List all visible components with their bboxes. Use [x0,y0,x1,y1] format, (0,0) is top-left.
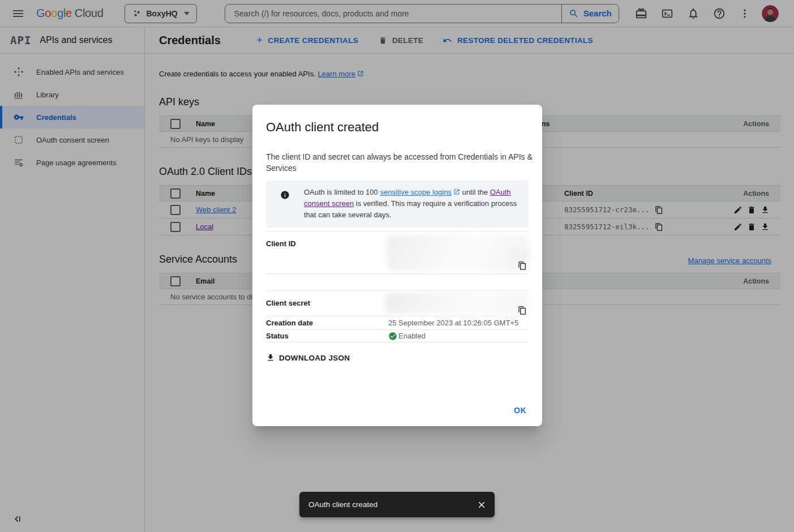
creation-date-value: 25 September 2023 at 10:26:05 GMT+5 [388,319,518,327]
download-icon [266,353,275,362]
info-banner: OAuth is limited to 100 sensitive scope … [266,181,529,228]
info-icon [280,190,290,200]
oauth-client-created-dialog: OAuth client created The client ID and s… [252,105,542,426]
check-circle-icon [388,332,397,341]
oauth-consent-screen-link[interactable]: consent screen [304,199,354,208]
toast-message: OAuth client created [308,500,377,509]
client-id-redacted-value [510,249,530,259]
dialog-subtitle: The client ID and secret can always be a… [266,151,533,174]
close-icon[interactable] [477,500,487,510]
client-secret-redacted-value [385,293,528,314]
dialog-title: OAuth client created [266,120,379,135]
info-banner-text: OAuth is limited to 100 sensitive scope … [304,187,517,228]
ok-button[interactable]: OK [514,406,526,415]
sensitive-scope-logins-link[interactable]: sensitive scope logins [380,188,451,196]
toast-snackbar: OAuth client created [299,492,495,517]
status-row: Status Enabled [266,330,529,342]
status-badge: Enabled [398,332,426,340]
external-link-icon [453,188,460,195]
creation-date-row: Creation date 25 September 2023 at 10:26… [266,316,529,330]
copy-client-secret-icon[interactable] [518,306,527,315]
copy-client-id-icon[interactable] [518,261,527,271]
client-id-redacted-value [387,235,528,271]
oauth-consent-screen-link[interactable]: OAuth [490,188,511,196]
download-json-button[interactable]: DOWNLOAD JSON [260,348,356,367]
